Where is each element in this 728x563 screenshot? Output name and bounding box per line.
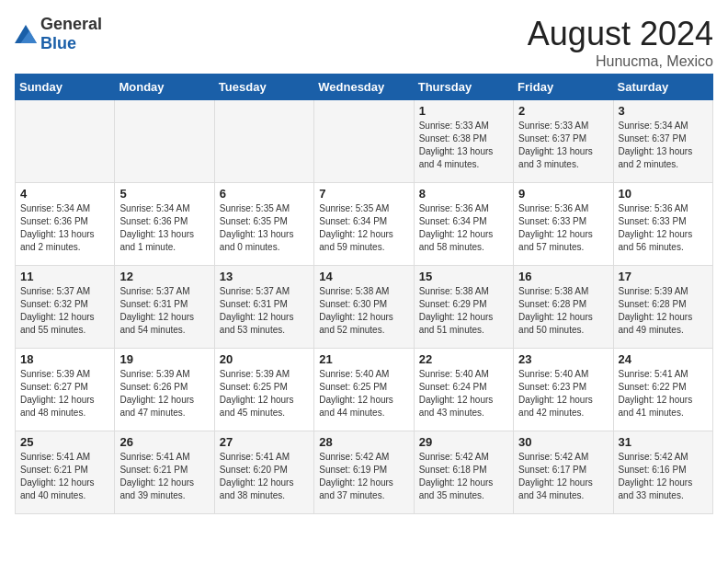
calendar-cell <box>115 100 214 183</box>
location: Hunucma, Mexico <box>528 53 713 70</box>
day-header-tuesday: Tuesday <box>214 75 313 100</box>
day-number: 30 <box>518 435 608 449</box>
day-info: Sunrise: 5:34 AM Sunset: 6:36 PM Dayligh… <box>20 202 109 254</box>
day-number: 16 <box>518 270 608 283</box>
day-number: 28 <box>319 435 408 449</box>
calendar-cell: 27Sunrise: 5:41 AM Sunset: 6:20 PM Dayli… <box>214 431 313 514</box>
day-info: Sunrise: 5:39 AM Sunset: 6:28 PM Dayligh… <box>619 285 708 337</box>
day-header-wednesday: Wednesday <box>314 75 414 100</box>
calendar-cell: 16Sunrise: 5:38 AM Sunset: 6:28 PM Dayli… <box>514 266 613 349</box>
day-number: 4 <box>20 187 109 201</box>
day-number: 22 <box>419 352 508 366</box>
header: General Blue August 2024 Hunucma, Mexico <box>15 15 713 70</box>
calendar-week-5: 25Sunrise: 5:41 AM Sunset: 6:21 PM Dayli… <box>16 431 713 514</box>
day-number: 9 <box>518 187 608 201</box>
day-number: 7 <box>319 187 408 201</box>
day-number: 3 <box>619 104 708 118</box>
day-info: Sunrise: 5:34 AM Sunset: 6:37 PM Dayligh… <box>619 120 708 171</box>
calendar-cell: 2Sunrise: 5:33 AM Sunset: 6:37 PM Daylig… <box>514 100 613 183</box>
calendar-cell: 17Sunrise: 5:39 AM Sunset: 6:28 PM Dayli… <box>613 266 712 349</box>
logo-text: General Blue <box>40 15 102 53</box>
day-number: 11 <box>20 270 109 283</box>
day-number: 27 <box>220 435 309 449</box>
day-number: 5 <box>119 187 209 201</box>
calendar-cell: 12Sunrise: 5:37 AM Sunset: 6:31 PM Dayli… <box>115 266 214 349</box>
day-info: Sunrise: 5:35 AM Sunset: 6:35 PM Dayligh… <box>220 202 309 254</box>
logo-icon <box>15 25 37 43</box>
calendar-cell <box>16 100 115 183</box>
day-number: 6 <box>220 187 309 201</box>
day-number: 23 <box>518 352 608 366</box>
day-info: Sunrise: 5:42 AM Sunset: 6:18 PM Dayligh… <box>419 451 508 502</box>
day-info: Sunrise: 5:36 AM Sunset: 6:33 PM Dayligh… <box>518 202 608 254</box>
calendar-cell: 11Sunrise: 5:37 AM Sunset: 6:32 PM Dayli… <box>16 266 115 349</box>
day-info: Sunrise: 5:42 AM Sunset: 6:19 PM Dayligh… <box>319 451 408 502</box>
day-info: Sunrise: 5:41 AM Sunset: 6:20 PM Dayligh… <box>220 451 309 502</box>
day-info: Sunrise: 5:42 AM Sunset: 6:17 PM Dayligh… <box>518 451 608 502</box>
day-header-thursday: Thursday <box>414 75 513 100</box>
calendar-cell: 9Sunrise: 5:36 AM Sunset: 6:33 PM Daylig… <box>514 183 613 266</box>
day-info: Sunrise: 5:36 AM Sunset: 6:33 PM Dayligh… <box>619 202 708 254</box>
day-header-saturday: Saturday <box>613 75 712 100</box>
day-number: 21 <box>319 352 408 366</box>
calendar-cell: 23Sunrise: 5:40 AM Sunset: 6:23 PM Dayli… <box>514 349 613 431</box>
day-info: Sunrise: 5:35 AM Sunset: 6:34 PM Dayligh… <box>319 202 408 254</box>
day-info: Sunrise: 5:41 AM Sunset: 6:22 PM Dayligh… <box>619 368 708 419</box>
day-info: Sunrise: 5:40 AM Sunset: 6:24 PM Dayligh… <box>419 368 508 419</box>
calendar-cell: 31Sunrise: 5:42 AM Sunset: 6:16 PM Dayli… <box>613 431 712 514</box>
day-header-friday: Friday <box>514 75 613 100</box>
calendar-cell: 26Sunrise: 5:41 AM Sunset: 6:21 PM Dayli… <box>115 431 214 514</box>
day-number: 25 <box>20 435 109 449</box>
day-number: 29 <box>419 435 508 449</box>
day-number: 31 <box>619 435 708 449</box>
day-info: Sunrise: 5:38 AM Sunset: 6:28 PM Dayligh… <box>518 285 608 337</box>
calendar-cell: 24Sunrise: 5:41 AM Sunset: 6:22 PM Dayli… <box>613 349 712 431</box>
calendar-table: SundayMondayTuesdayWednesdayThursdayFrid… <box>15 74 713 514</box>
day-number: 26 <box>119 435 209 449</box>
day-number: 17 <box>619 270 708 283</box>
day-info: Sunrise: 5:40 AM Sunset: 6:23 PM Dayligh… <box>518 368 608 419</box>
day-header-row: SundayMondayTuesdayWednesdayThursdayFrid… <box>16 75 713 100</box>
calendar-cell: 30Sunrise: 5:42 AM Sunset: 6:17 PM Dayli… <box>514 431 613 514</box>
day-info: Sunrise: 5:33 AM Sunset: 6:37 PM Dayligh… <box>518 120 608 171</box>
day-info: Sunrise: 5:37 AM Sunset: 6:32 PM Dayligh… <box>20 285 109 337</box>
calendar-cell: 15Sunrise: 5:38 AM Sunset: 6:29 PM Dayli… <box>414 266 513 349</box>
day-info: Sunrise: 5:40 AM Sunset: 6:25 PM Dayligh… <box>319 368 408 419</box>
calendar-cell: 3Sunrise: 5:34 AM Sunset: 6:37 PM Daylig… <box>613 100 712 183</box>
calendar-cell <box>214 100 313 183</box>
day-number: 10 <box>619 187 708 201</box>
day-info: Sunrise: 5:37 AM Sunset: 6:31 PM Dayligh… <box>220 285 309 337</box>
day-info: Sunrise: 5:41 AM Sunset: 6:21 PM Dayligh… <box>119 451 209 502</box>
calendar-cell: 10Sunrise: 5:36 AM Sunset: 6:33 PM Dayli… <box>613 183 712 266</box>
calendar-cell: 19Sunrise: 5:39 AM Sunset: 6:26 PM Dayli… <box>115 349 214 431</box>
day-info: Sunrise: 5:33 AM Sunset: 6:38 PM Dayligh… <box>419 120 508 171</box>
day-info: Sunrise: 5:36 AM Sunset: 6:34 PM Dayligh… <box>419 202 508 254</box>
month-year: August 2024 <box>528 15 713 53</box>
calendar-cell: 7Sunrise: 5:35 AM Sunset: 6:34 PM Daylig… <box>314 183 414 266</box>
day-number: 13 <box>220 270 309 283</box>
calendar-cell: 29Sunrise: 5:42 AM Sunset: 6:18 PM Dayli… <box>414 431 513 514</box>
calendar-cell: 25Sunrise: 5:41 AM Sunset: 6:21 PM Dayli… <box>16 431 115 514</box>
day-info: Sunrise: 5:37 AM Sunset: 6:31 PM Dayligh… <box>119 285 209 337</box>
calendar-cell <box>314 100 414 183</box>
day-info: Sunrise: 5:39 AM Sunset: 6:26 PM Dayligh… <box>119 368 209 419</box>
day-info: Sunrise: 5:41 AM Sunset: 6:21 PM Dayligh… <box>20 451 109 502</box>
calendar-cell: 5Sunrise: 5:34 AM Sunset: 6:36 PM Daylig… <box>115 183 214 266</box>
calendar-cell: 22Sunrise: 5:40 AM Sunset: 6:24 PM Dayli… <box>414 349 513 431</box>
day-number: 15 <box>419 270 508 283</box>
day-header-sunday: Sunday <box>16 75 115 100</box>
day-number: 18 <box>20 352 109 366</box>
calendar-cell: 14Sunrise: 5:38 AM Sunset: 6:30 PM Dayli… <box>314 266 414 349</box>
calendar-cell: 21Sunrise: 5:40 AM Sunset: 6:25 PM Dayli… <box>314 349 414 431</box>
calendar-cell: 18Sunrise: 5:39 AM Sunset: 6:27 PM Dayli… <box>16 349 115 431</box>
day-info: Sunrise: 5:39 AM Sunset: 6:27 PM Dayligh… <box>20 368 109 419</box>
calendar-week-1: 1Sunrise: 5:33 AM Sunset: 6:38 PM Daylig… <box>16 100 713 183</box>
calendar-cell: 13Sunrise: 5:37 AM Sunset: 6:31 PM Dayli… <box>214 266 313 349</box>
calendar-week-2: 4Sunrise: 5:34 AM Sunset: 6:36 PM Daylig… <box>16 183 713 266</box>
day-info: Sunrise: 5:38 AM Sunset: 6:30 PM Dayligh… <box>319 285 408 337</box>
day-info: Sunrise: 5:42 AM Sunset: 6:16 PM Dayligh… <box>619 451 708 502</box>
day-info: Sunrise: 5:34 AM Sunset: 6:36 PM Dayligh… <box>119 202 209 254</box>
calendar-week-3: 11Sunrise: 5:37 AM Sunset: 6:32 PM Dayli… <box>16 266 713 349</box>
day-number: 24 <box>619 352 708 366</box>
logo: General Blue <box>15 15 102 53</box>
